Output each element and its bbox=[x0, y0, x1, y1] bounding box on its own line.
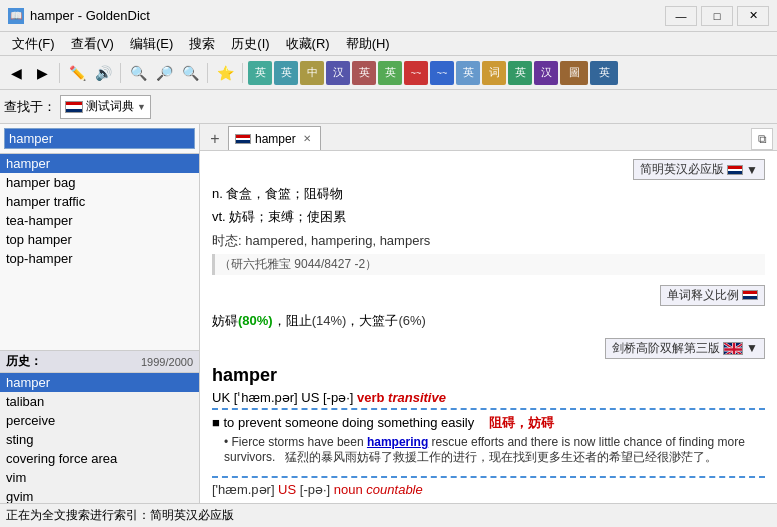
history-item[interactable]: vim bbox=[0, 468, 199, 487]
close-button[interactable]: ✕ bbox=[737, 6, 769, 26]
trans-label: transitive bbox=[388, 390, 446, 405]
tab-hamper[interactable]: hamper ✕ bbox=[228, 126, 321, 150]
content-area[interactable]: 简明英汉必应版 ▼ n. 食盒，食篮；阻碍物 vt. 妨碍；束缚；使困累 时态:… bbox=[200, 151, 777, 503]
tab-close-button[interactable]: ✕ bbox=[300, 132, 314, 146]
dict-badge-label-1: 简明英汉必应版 bbox=[640, 161, 724, 178]
single-word-badge[interactable]: 单词释义比例 bbox=[660, 285, 765, 306]
dict-icon-12[interactable]: 汉 bbox=[534, 61, 558, 85]
dict-icon-1[interactable]: 英 bbox=[248, 61, 272, 85]
def-bullet: ■ bbox=[212, 415, 220, 430]
star-button[interactable]: ⭐ bbox=[213, 61, 237, 85]
hampering-link[interactable]: hampering bbox=[367, 435, 428, 449]
history-item[interactable]: gvim bbox=[0, 487, 199, 503]
toolbar-sep-1 bbox=[59, 63, 60, 83]
dict-icon-2[interactable]: 英 bbox=[274, 61, 298, 85]
freq-line: 妨碍(80%)，阻止(14%)，大篮子(6%) bbox=[212, 312, 765, 330]
app-icon: 📖 bbox=[8, 8, 24, 24]
cam-title-word: hamper bbox=[212, 365, 765, 386]
add-tab-button[interactable]: + bbox=[204, 128, 226, 150]
bottom-phonetics-text: ['hæm.pər] US [-pə·] noun countable bbox=[212, 482, 423, 497]
example-en: • Fierce storms have been hampering resc… bbox=[224, 435, 765, 466]
dict-icon-5[interactable]: 英 bbox=[352, 61, 376, 85]
history-item[interactable]: covering force area bbox=[0, 449, 199, 468]
status-bar: 正在为全文搜索进行索引：简明英汉必应版 bbox=[0, 503, 777, 527]
freq-word-1: 妨碍 bbox=[212, 313, 238, 328]
menu-edit[interactable]: 编辑(E) bbox=[122, 33, 181, 55]
tabs-bar: + hamper ✕ ⧉ bbox=[200, 124, 777, 151]
menu-help[interactable]: 帮助(H) bbox=[338, 33, 398, 55]
entry-n: n. 食盒，食篮；阻碍物 bbox=[212, 184, 765, 205]
toolbar: ◀ ▶ ✏️ 🔊 🔍 🔎 🔍 ⭐ 英 英 中 汉 英 英 ~~ ~~ 英 词 英… bbox=[0, 56, 777, 90]
dict-icon-8[interactable]: ~~ bbox=[430, 61, 454, 85]
sound-button[interactable]: 🔊 bbox=[91, 61, 115, 85]
dict-section-2: 剑桥高阶双解第三版 ▼ hamper bbox=[212, 338, 765, 466]
dict-icon-4[interactable]: 汉 bbox=[326, 61, 350, 85]
forward-button[interactable]: ▶ bbox=[30, 61, 54, 85]
ref-line: （研六托雅宝 9044/8427 -2） bbox=[212, 254, 765, 275]
dict-icon-6[interactable]: 英 bbox=[378, 61, 402, 85]
dict-icon-10[interactable]: 词 bbox=[482, 61, 506, 85]
cam-dropdown: ▼ bbox=[746, 341, 758, 355]
word-item[interactable]: top-hamper bbox=[0, 249, 199, 268]
tense-text: 时态: hampered, hampering, hampers bbox=[212, 233, 430, 248]
title-bar: 📖 hamper - GoldenDict — □ ✕ bbox=[0, 0, 777, 32]
history-count: 1999/2000 bbox=[141, 356, 193, 368]
tab-flag bbox=[235, 134, 251, 144]
dict-icon-9[interactable]: 英 bbox=[456, 61, 480, 85]
menu-search[interactable]: 搜索 bbox=[181, 33, 223, 55]
minimize-button[interactable]: — bbox=[665, 6, 697, 26]
history-item[interactable]: sting bbox=[0, 430, 199, 449]
word-item[interactable]: tea-hamper bbox=[0, 211, 199, 230]
dict-icon-7[interactable]: ~~ bbox=[404, 61, 428, 85]
search-input-box bbox=[0, 124, 199, 154]
zoom-in-button[interactable]: 🔍 bbox=[126, 61, 150, 85]
history-item[interactable]: perceive bbox=[0, 411, 199, 430]
bottom-phonetics: ['hæm.pər] US [-pə·] noun countable bbox=[212, 476, 765, 497]
history-item[interactable]: hamper bbox=[0, 373, 199, 392]
menu-view[interactable]: 查看(V) bbox=[63, 33, 122, 55]
history-section: 历史： 1999/2000 hampertalibanperceivesting… bbox=[0, 350, 199, 503]
edit-button[interactable]: ✏️ bbox=[65, 61, 89, 85]
menu-file[interactable]: 文件(F) bbox=[4, 33, 63, 55]
menu-favorites[interactable]: 收藏(R) bbox=[278, 33, 338, 55]
cam-header: 剑桥高阶双解第三版 ▼ bbox=[212, 338, 765, 359]
tense-line: 时态: hampered, hampering, hampers bbox=[212, 232, 765, 250]
dict-header-1: 简明英汉必应版 ▼ bbox=[212, 159, 765, 180]
left-panel: hamperhamper baghamper traffictea-hamper… bbox=[0, 124, 200, 503]
cam-badge-label: 剑桥高阶双解第三版 bbox=[612, 340, 720, 357]
back-button[interactable]: ◀ bbox=[4, 61, 28, 85]
dict-icon-11[interactable]: 英 bbox=[508, 61, 532, 85]
maximize-button[interactable]: □ bbox=[701, 6, 733, 26]
zoom-out-button[interactable]: 🔍 bbox=[178, 61, 202, 85]
dict-icon-14[interactable]: 英 bbox=[590, 61, 618, 85]
phonetic-uk: UK [ˈhæm.pər] bbox=[212, 390, 298, 405]
zoom-in2-button[interactable]: 🔎 bbox=[152, 61, 176, 85]
dict-icon-3[interactable]: 中 bbox=[300, 61, 324, 85]
ref-text: （研六托雅宝 9044/8427 -2） bbox=[219, 257, 377, 271]
dict-selector[interactable]: 测试词典 ▼ bbox=[60, 95, 151, 119]
freq-pct-2: (14%) bbox=[312, 313, 347, 328]
word-item[interactable]: top hamper bbox=[0, 230, 199, 249]
main-area: hamperhamper baghamper traffictea-hamper… bbox=[0, 124, 777, 503]
freq-word-2: 阻止 bbox=[286, 313, 312, 328]
phonetics-line: UK [ˈhæm.pər] US [-pə·] verb transitive bbox=[212, 390, 765, 410]
word-item[interactable]: hamper bag bbox=[0, 173, 199, 192]
cam-badge[interactable]: 剑桥高阶双解第三版 ▼ bbox=[605, 338, 765, 359]
dict-badge-1[interactable]: 简明英汉必应版 ▼ bbox=[633, 159, 765, 180]
status-text: 正在为全文搜索进行索引：简明英汉必应版 bbox=[6, 507, 234, 524]
example-zh: 猛烈的暴风雨妨碍了救援工作的进行，现在找到更多生还者的希望已经很渺茫了。 bbox=[285, 450, 717, 464]
history-item[interactable]: taliban bbox=[0, 392, 199, 411]
vt-text: vt. 妨碍；束缚；使困累 bbox=[212, 209, 346, 224]
search-input[interactable] bbox=[4, 128, 195, 149]
window-title: hamper - GoldenDict bbox=[30, 8, 665, 23]
word-item[interactable]: hamper traffic bbox=[0, 192, 199, 211]
dict-icon-13[interactable]: 圖 bbox=[560, 61, 588, 85]
history-label: 历史： bbox=[6, 353, 42, 370]
freq-pct-1: (80%) bbox=[238, 313, 273, 328]
phonetic-us: US [-pə·] bbox=[301, 390, 353, 405]
menu-history[interactable]: 历史(I) bbox=[223, 33, 277, 55]
freq-pct-3: (6%) bbox=[398, 313, 425, 328]
undock-button[interactable]: ⧉ bbox=[751, 128, 773, 150]
toolbar-sep-4 bbox=[242, 63, 243, 83]
word-item[interactable]: hamper bbox=[0, 154, 199, 173]
